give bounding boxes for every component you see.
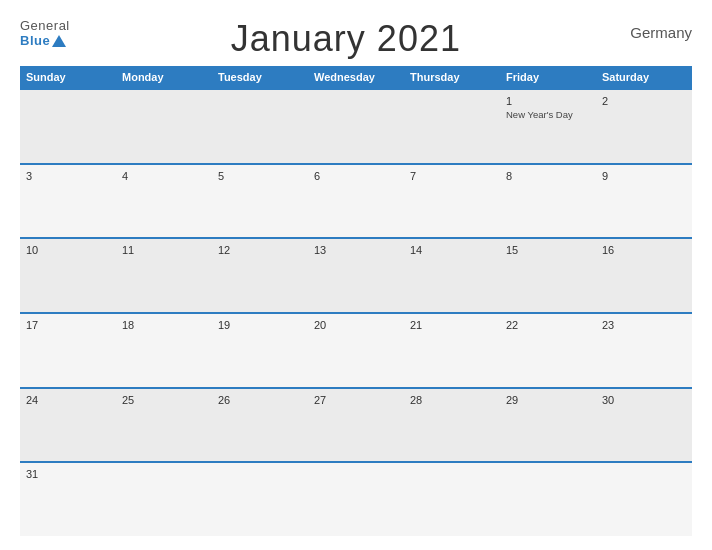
header-friday: Friday (500, 66, 596, 88)
logo-row: Blue (20, 33, 66, 48)
day-number: 22 (506, 319, 590, 331)
cal-cell: 3 (20, 165, 116, 238)
cal-cell: 24 (20, 389, 116, 462)
cal-cell: 4 (116, 165, 212, 238)
day-number: 27 (314, 394, 398, 406)
day-number: 4 (122, 170, 206, 182)
day-number: 18 (122, 319, 206, 331)
calendar-week-6: 31 (20, 461, 692, 536)
day-number: 8 (506, 170, 590, 182)
cal-cell: 21 (404, 314, 500, 387)
header-sunday: Sunday (20, 66, 116, 88)
day-number: 21 (410, 319, 494, 331)
cal-cell: 6 (308, 165, 404, 238)
cal-cell: 30 (596, 389, 692, 462)
cal-cell: 13 (308, 239, 404, 312)
day-number: 30 (602, 394, 686, 406)
day-number: 11 (122, 244, 206, 256)
day-number: 10 (26, 244, 110, 256)
day-number: 6 (314, 170, 398, 182)
calendar-title: January 2021 (70, 18, 622, 60)
cal-cell: 7 (404, 165, 500, 238)
header: General Blue January 2021 Germany (20, 18, 692, 60)
cal-cell: 1New Year's Day (500, 90, 596, 163)
day-number: 28 (410, 394, 494, 406)
cal-cell (404, 463, 500, 536)
cal-cell: 15 (500, 239, 596, 312)
cal-cell: 31 (20, 463, 116, 536)
calendar-body: 1New Year's Day2345678910111213141516171… (20, 88, 692, 536)
cal-cell (596, 463, 692, 536)
cal-cell: 12 (212, 239, 308, 312)
cal-cell: 2 (596, 90, 692, 163)
cal-cell (500, 463, 596, 536)
cal-cell: 8 (500, 165, 596, 238)
day-number: 16 (602, 244, 686, 256)
page: General Blue January 2021 Germany Sunday… (0, 0, 712, 550)
cal-cell: 20 (308, 314, 404, 387)
cal-cell (212, 463, 308, 536)
day-number: 3 (26, 170, 110, 182)
cal-cell (212, 90, 308, 163)
country-label: Germany (622, 18, 692, 41)
calendar-week-3: 10111213141516 (20, 237, 692, 312)
header-monday: Monday (116, 66, 212, 88)
cal-cell (20, 90, 116, 163)
day-number: 31 (26, 468, 110, 480)
day-number: 23 (602, 319, 686, 331)
cal-cell: 18 (116, 314, 212, 387)
header-tuesday: Tuesday (212, 66, 308, 88)
cal-cell (116, 463, 212, 536)
day-number: 26 (218, 394, 302, 406)
calendar-event: New Year's Day (506, 109, 590, 120)
cal-cell: 11 (116, 239, 212, 312)
cal-cell: 19 (212, 314, 308, 387)
calendar-week-1: 1New Year's Day2 (20, 88, 692, 163)
cal-cell: 26 (212, 389, 308, 462)
day-number: 20 (314, 319, 398, 331)
logo-triangle-icon (52, 35, 66, 47)
cal-cell (116, 90, 212, 163)
cal-cell (308, 463, 404, 536)
calendar-header: Sunday Monday Tuesday Wednesday Thursday… (20, 66, 692, 88)
day-number: 13 (314, 244, 398, 256)
calendar-week-4: 17181920212223 (20, 312, 692, 387)
cal-cell: 25 (116, 389, 212, 462)
cal-cell: 23 (596, 314, 692, 387)
cal-cell: 14 (404, 239, 500, 312)
header-wednesday: Wednesday (308, 66, 404, 88)
logo-general-text: General (20, 18, 70, 33)
day-number: 24 (26, 394, 110, 406)
calendar-week-2: 3456789 (20, 163, 692, 238)
day-number: 29 (506, 394, 590, 406)
calendar-week-5: 24252627282930 (20, 387, 692, 462)
day-number: 12 (218, 244, 302, 256)
cal-cell: 16 (596, 239, 692, 312)
day-number: 2 (602, 95, 686, 107)
cal-cell (404, 90, 500, 163)
header-saturday: Saturday (596, 66, 692, 88)
cal-cell: 5 (212, 165, 308, 238)
cal-cell: 10 (20, 239, 116, 312)
logo-blue-text: Blue (20, 33, 50, 48)
day-number: 25 (122, 394, 206, 406)
day-number: 5 (218, 170, 302, 182)
logo: General Blue (20, 18, 70, 48)
cal-cell (308, 90, 404, 163)
day-number: 7 (410, 170, 494, 182)
day-number: 17 (26, 319, 110, 331)
day-number: 1 (506, 95, 590, 107)
day-number: 19 (218, 319, 302, 331)
day-number: 15 (506, 244, 590, 256)
cal-cell: 22 (500, 314, 596, 387)
day-number: 14 (410, 244, 494, 256)
header-thursday: Thursday (404, 66, 500, 88)
cal-cell: 29 (500, 389, 596, 462)
cal-cell: 28 (404, 389, 500, 462)
day-number: 9 (602, 170, 686, 182)
cal-cell: 17 (20, 314, 116, 387)
cal-cell: 27 (308, 389, 404, 462)
cal-cell: 9 (596, 165, 692, 238)
calendar: Sunday Monday Tuesday Wednesday Thursday… (20, 66, 692, 536)
